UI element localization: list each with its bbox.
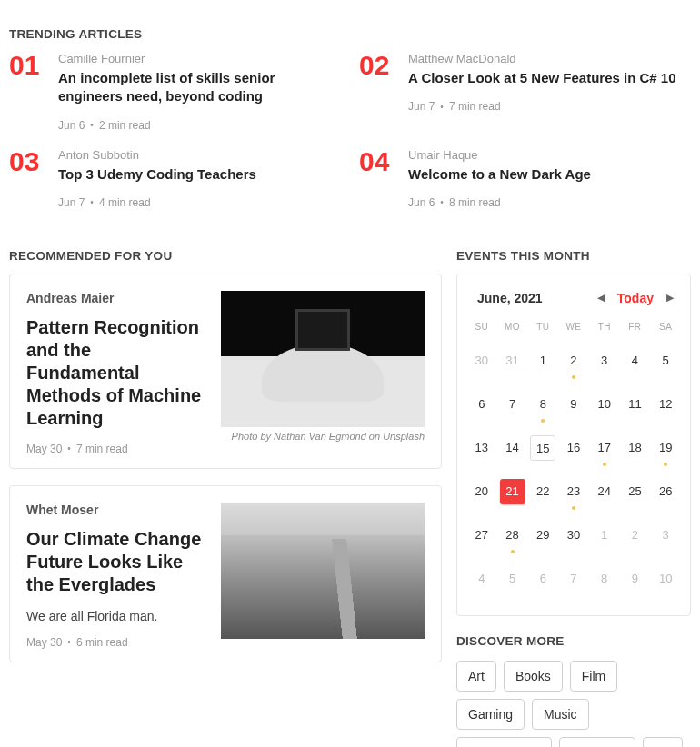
calendar-day[interactable]: 16 (558, 428, 589, 472)
calendar-day[interactable]: 19 (650, 428, 681, 472)
recommended-card[interactable]: Whet MoserOur Climate Change Future Look… (9, 485, 442, 662)
calendar-day[interactable]: 29 (527, 515, 558, 559)
trending-author: Matthew MacDonald (408, 52, 691, 65)
discover-tag[interactable]: Photography (456, 737, 552, 747)
calendar-day[interactable]: 24 (589, 472, 620, 515)
calendar-dow: WE (558, 318, 589, 341)
calendar-day[interactable]: 28 (497, 515, 528, 559)
discover-tag[interactable]: Books (504, 661, 563, 692)
calendar-day[interactable]: 18 (620, 428, 651, 472)
calendar-day[interactable]: 1 (527, 341, 558, 384)
calendar-day-number: 24 (592, 479, 617, 504)
calendar-day[interactable]: 3 (650, 515, 681, 559)
recommended-card[interactable]: Andreas MaierPattern Recognition and the… (9, 274, 442, 469)
calendar-dow: MO (497, 318, 528, 341)
discover-tag[interactable]: Gaming (456, 699, 525, 730)
calendar-day-number: 9 (622, 566, 647, 592)
calendar-day[interactable]: 2 (620, 515, 651, 559)
calendar-day[interactable]: 6 (466, 384, 497, 428)
calendar-today-button[interactable]: Today (617, 291, 654, 305)
calendar-day-number: 26 (653, 479, 678, 504)
calendar-day-number: 20 (469, 479, 495, 504)
calendar-day[interactable]: 30 (558, 515, 589, 559)
discover-tag[interactable]: TV (643, 737, 683, 747)
trending-item[interactable]: 04Umair HaqueWelcome to a New Dark AgeJu… (359, 148, 691, 209)
calendar-next-icon[interactable]: ▶ (666, 292, 674, 304)
calendar-day[interactable]: 2 (558, 341, 589, 384)
calendar-day-number: 28 (500, 523, 525, 548)
discover-tag[interactable]: Film (570, 661, 617, 692)
calendar-day[interactable]: 30 (466, 341, 497, 384)
calendar-day[interactable]: 11 (620, 384, 651, 428)
calendar-dow: TH (589, 318, 620, 341)
calendar-day[interactable]: 13 (466, 428, 497, 472)
discover-heading: DISCOVER MORE (456, 634, 691, 648)
calendar-day-number: 29 (530, 523, 555, 548)
calendar-day[interactable]: 1 (589, 515, 620, 559)
calendar-day[interactable]: 6 (527, 559, 558, 603)
trending-readtime: 8 min read (449, 196, 501, 209)
trending-item[interactable]: 01Camille FournierAn incomplete list of … (9, 52, 341, 132)
trending-date: Jun 6 (58, 119, 85, 132)
rec-readtime: 6 min read (76, 636, 128, 649)
calendar-day[interactable]: 3 (589, 341, 620, 384)
calendar-day-number: 13 (469, 435, 495, 461)
trending-rank: 03 (9, 148, 47, 209)
dot-separator: • (440, 197, 444, 207)
calendar-day[interactable]: 26 (650, 472, 681, 515)
calendar-day[interactable]: 9 (558, 384, 589, 428)
rec-title: Our Climate Change Future Looks Like the… (26, 528, 206, 596)
calendar-day[interactable]: 21 (497, 472, 528, 515)
calendar-day[interactable]: 4 (620, 341, 651, 384)
trending-rank: 04 (359, 148, 397, 209)
calendar-day[interactable]: 17 (589, 428, 620, 472)
calendar-day[interactable]: 4 (466, 559, 497, 603)
calendar-day[interactable]: 12 (650, 384, 681, 428)
calendar-day[interactable]: 8 (527, 384, 558, 428)
calendar-day[interactable]: 15 (527, 428, 558, 472)
calendar-day[interactable]: 27 (466, 515, 497, 559)
calendar-day-number: 8 (530, 392, 555, 417)
calendar-day-number: 30 (561, 523, 586, 548)
calendar-day-number: 31 (500, 348, 525, 374)
trending-date: Jun 7 (58, 196, 85, 209)
calendar-day-number: 1 (530, 348, 555, 374)
calendar-day[interactable]: 20 (466, 472, 497, 515)
calendar-day[interactable]: 22 (527, 472, 558, 515)
calendar-day[interactable]: 9 (620, 559, 651, 603)
calendar-day-number: 16 (561, 435, 586, 461)
calendar-day[interactable]: 5 (650, 341, 681, 384)
trending-author: Anton Subbotin (58, 148, 341, 162)
calendar-month-label: June, 2021 (477, 291, 543, 305)
calendar-day-number: 25 (622, 479, 647, 504)
trending-item[interactable]: 02Matthew MacDonaldA Closer Look at 5 Ne… (359, 52, 691, 132)
calendar-day[interactable]: 14 (497, 428, 528, 472)
calendar-day-number: 19 (653, 435, 678, 461)
calendar-day[interactable]: 5 (497, 559, 528, 603)
calendar-day[interactable]: 25 (620, 472, 651, 515)
calendar-day-number: 14 (500, 435, 525, 461)
calendar-prev-icon[interactable]: ◀ (597, 292, 605, 304)
calendar-day[interactable]: 8 (589, 559, 620, 603)
trending-readtime: 4 min read (99, 196, 151, 209)
calendar-day-number: 10 (653, 566, 678, 592)
calendar-day[interactable]: 7 (497, 384, 528, 428)
discover-tag[interactable]: Music (532, 699, 589, 730)
calendar-day[interactable]: 23 (558, 472, 589, 515)
trending-title: Top 3 Udemy Coding Teachers (58, 165, 341, 184)
discover-tag[interactable]: Podcasts (559, 737, 635, 747)
calendar-day[interactable]: 10 (589, 384, 620, 428)
trending-readtime: 7 min read (449, 100, 501, 113)
calendar-dow: SU (466, 318, 497, 341)
trending-rank: 02 (359, 52, 397, 132)
calendar-day[interactable]: 10 (650, 559, 681, 603)
trending-item[interactable]: 03Anton SubbotinTop 3 Udemy Coding Teach… (9, 148, 341, 209)
calendar-day-number: 6 (530, 566, 555, 592)
calendar-day-number: 5 (500, 566, 525, 592)
calendar-day[interactable]: 31 (497, 341, 528, 384)
rec-date: May 30 (26, 636, 62, 649)
rec-author: Andreas Maier (26, 291, 206, 305)
calendar-day[interactable]: 7 (558, 559, 589, 603)
calendar-day-number: 4 (622, 348, 647, 374)
discover-tag[interactable]: Art (456, 661, 496, 692)
